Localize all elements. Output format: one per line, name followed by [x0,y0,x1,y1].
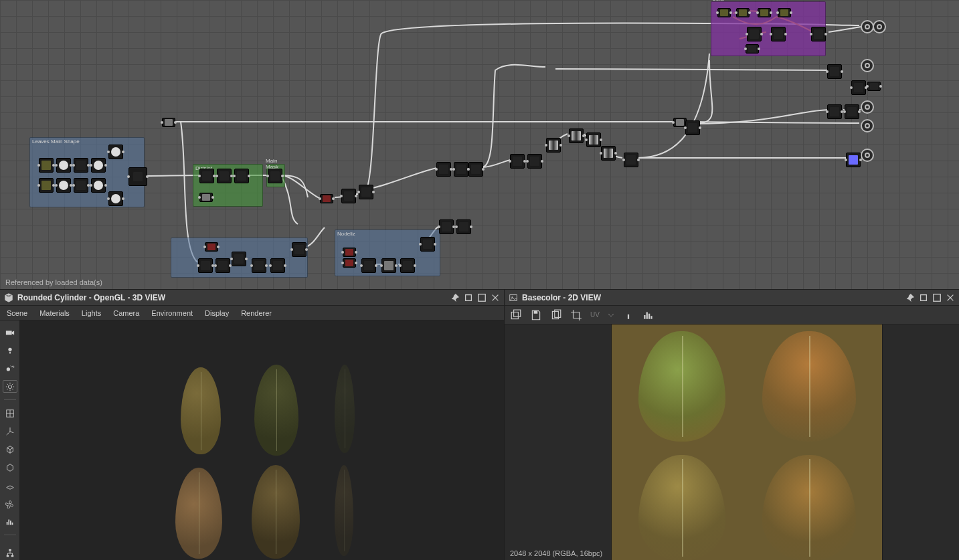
node[interactable] [420,237,435,252]
close-icon[interactable] [491,293,500,302]
node[interactable] [341,189,356,203]
node[interactable] [747,27,762,41]
histogram-icon[interactable] [642,309,655,321]
node[interactable] [845,104,859,119]
close-icon[interactable] [946,293,955,302]
plane-icon[interactable] [3,479,17,492]
node[interactable] [546,138,561,153]
node[interactable] [39,178,54,193]
maximize-icon[interactable] [932,293,942,302]
node[interactable] [827,104,842,119]
node[interactable] [56,178,71,193]
chevron-down-icon[interactable] [608,309,614,321]
node[interactable] [361,258,376,273]
gear-icon[interactable] [3,380,17,393]
node[interactable] [867,82,881,91]
pin-icon[interactable] [450,293,460,302]
node[interactable] [736,8,750,17]
node[interactable] [586,132,601,147]
node[interactable] [108,191,123,206]
node[interactable] [601,146,616,161]
node[interactable] [205,242,218,252]
node[interactable] [510,154,525,169]
menu-renderer[interactable]: Renderer [241,309,272,317]
viewport-3d[interactable] [20,320,504,560]
node[interactable] [673,118,687,127]
output-socket[interactable] [861,59,874,72]
output-socket[interactable] [861,149,874,162]
node[interactable] [778,8,791,17]
node[interactable] [320,194,333,203]
node-graph-panel[interactable]: Leaves Main Shape Dirtslot Main Mask Nod… [0,0,959,289]
restore-icon[interactable] [919,293,928,302]
fan-icon[interactable] [3,497,17,510]
info-icon[interactable] [622,309,634,321]
node[interactable] [199,193,213,202]
node[interactable] [292,242,307,257]
node[interactable] [217,169,232,183]
node-merge[interactable] [128,167,147,186]
node[interactable] [456,219,471,234]
node[interactable] [91,158,106,173]
menu-display[interactable]: Display [205,309,229,317]
menu-lights[interactable]: Lights [82,309,101,317]
output-socket[interactable] [861,100,874,114]
node[interactable] [381,258,396,273]
node[interactable] [199,169,214,183]
node[interactable] [343,248,356,257]
node[interactable] [234,169,249,183]
node[interactable] [252,258,266,273]
light-icon[interactable] [3,344,17,357]
node[interactable] [685,120,700,135]
menu-camera[interactable]: Camera [113,309,139,317]
node[interactable] [827,64,842,79]
grid-icon[interactable] [3,407,17,419]
node[interactable] [439,219,454,234]
axes-icon[interactable] [3,425,17,438]
menu-environment[interactable]: Environment [151,309,193,317]
bbox-icon[interactable] [3,461,17,474]
node[interactable] [232,252,246,266]
crop-icon[interactable] [570,309,582,321]
node[interactable] [624,153,638,167]
node[interactable] [162,118,175,127]
cube-wire-icon[interactable] [3,443,17,456]
node[interactable] [569,128,584,143]
menu-scene[interactable]: Scene [7,309,27,317]
node[interactable] [758,8,771,17]
node[interactable] [215,258,230,273]
node[interactable] [454,162,468,177]
node[interactable] [91,178,106,193]
camera-icon[interactable] [3,326,17,339]
output-socket[interactable] [861,20,874,33]
pin-icon[interactable] [905,293,915,302]
env-icon[interactable] [3,362,17,375]
node[interactable] [268,169,282,183]
node[interactable] [771,27,786,41]
node[interactable] [74,158,88,173]
node[interactable] [436,162,451,177]
histogram-icon[interactable] [3,515,17,528]
output-socket[interactable] [861,119,874,132]
node[interactable] [270,258,285,273]
node[interactable] [846,153,861,167]
viewport-2d[interactable]: 2048 x 2048 (RGBA, 16bpc) [505,324,959,560]
node[interactable] [811,27,826,41]
node[interactable] [468,162,483,177]
node[interactable] [198,258,213,273]
node[interactable] [717,8,731,17]
node[interactable] [74,178,88,193]
hierarchy-icon[interactable] [3,547,17,560]
node[interactable] [108,145,123,159]
node[interactable] [56,158,71,173]
restore-icon[interactable] [464,293,473,302]
node[interactable] [39,158,54,173]
node[interactable] [400,258,415,273]
node[interactable] [343,258,356,268]
copy-icon[interactable] [550,309,562,321]
save-icon[interactable] [530,309,542,321]
node[interactable] [359,185,373,199]
node[interactable] [746,44,759,54]
node[interactable] [527,154,542,169]
new-window-icon[interactable] [510,309,522,321]
